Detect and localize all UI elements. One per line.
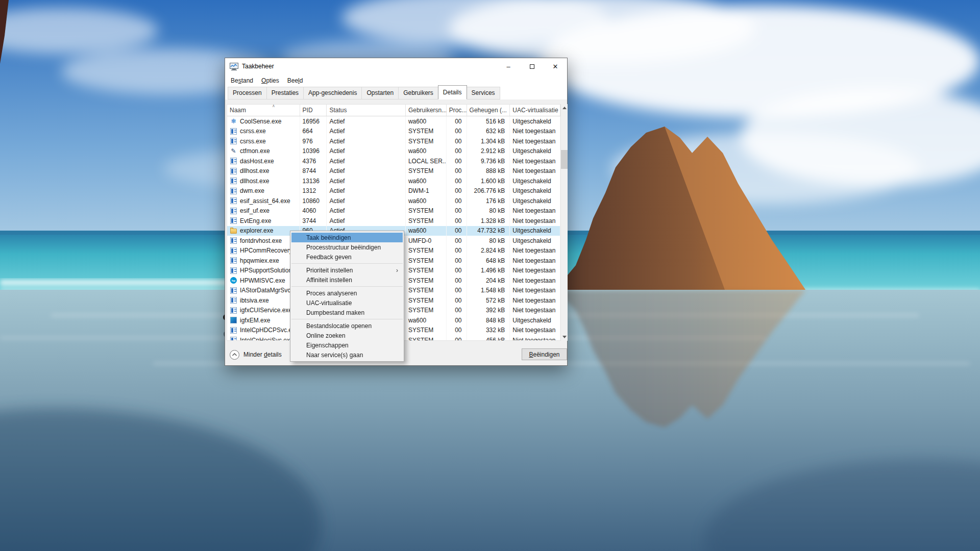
cell-pid: 4060 <box>300 206 327 216</box>
cell-mem: 1.548 kB <box>467 286 510 296</box>
tab-prestaties[interactable]: Prestaties <box>266 87 304 99</box>
scrollbar-thumb[interactable] <box>561 150 568 169</box>
tab-gebruikers[interactable]: Gebruikers <box>398 87 438 99</box>
process-row-dllhost-exe[interactable]: dllhost.exe13136Actiefwa600001.600 kBUit… <box>227 176 560 186</box>
process-row-dllhost-exe[interactable]: dllhost.exe8744ActiefSYSTEM00888 kBNiet … <box>227 166 560 177</box>
column-header-pid[interactable]: PID <box>300 105 327 116</box>
column-header-proc[interactable]: Proc... <box>447 105 467 116</box>
cell-user: wa600 <box>406 176 447 186</box>
cell-user: wa600 <box>406 196 447 206</box>
column-header-gebruikersn[interactable]: Gebruikersn... <box>406 105 447 116</box>
cell-mem: 516 kB <box>467 116 510 127</box>
column-header-geheugen[interactable]: Geheugen (... <box>467 105 510 116</box>
cell-uac: Uitgeschakeld <box>510 196 560 206</box>
context-menu-item-dumpbestand-maken[interactable]: Dumpbestand maken <box>291 308 403 317</box>
context-menu-item-online-zoeken[interactable]: Online zoeken <box>291 331 403 340</box>
cell-mem: 2.912 kB <box>467 146 510 157</box>
context-menu-item-processtructuur-be-indigen[interactable]: Processtructuur beëindigen <box>291 242 403 252</box>
cell-user: SYSTEM <box>406 325 447 336</box>
cell-name: csrss.exe <box>227 127 300 137</box>
cell-name: HPSupportSolutions <box>227 266 300 276</box>
maximize-button[interactable] <box>520 58 544 74</box>
cell-cpu: 00 <box>447 315 467 325</box>
application-icon <box>230 197 237 204</box>
vertical-scrollbar[interactable] <box>561 104 568 341</box>
cell-name: HPCommRecovery.exe <box>227 246 300 256</box>
cell-mem: 2.824 kB <box>467 246 510 256</box>
process-row-coolsense-exe[interactable]: ❄CoolSense.exe16956Actiefwa60000516 kBUi… <box>227 116 560 127</box>
cell-uac: Niet toegestaan <box>510 306 560 316</box>
cell-pid: 16956 <box>300 116 327 127</box>
context-menu-item-naar-service-s-gaan[interactable]: Naar service(s) gaan <box>291 350 403 360</box>
cell-status: Actief <box>327 156 406 166</box>
submenu-arrow-icon: › <box>396 267 398 274</box>
tab-app-geschiedenis[interactable]: App-geschiedenis <box>303 87 362 99</box>
column-header-uac-virtualisatie[interactable]: UAC-virtualisatie <box>510 105 560 116</box>
cell-cpu: 00 <box>447 335 467 341</box>
context-menu-item-proces-analyseren[interactable]: Proces analyseren <box>291 288 403 298</box>
scroll-up-button[interactable] <box>561 104 568 112</box>
process-row-csrss-exe[interactable]: csrss.exe664ActiefSYSTEM00632 kBNiet toe… <box>227 127 560 137</box>
tab-details[interactable]: Details <box>438 85 467 99</box>
cell-name: ❄CoolSense.exe <box>227 116 300 127</box>
cell-mem: 1.496 kB <box>467 266 510 276</box>
cell-cpu: 00 <box>447 156 467 166</box>
close-button[interactable]: ✕ <box>544 58 567 74</box>
application-icon <box>230 178 237 184</box>
cell-name: IntelCpHDCPSvc.exe <box>227 325 300 336</box>
cell-cpu: 00 <box>447 295 467 306</box>
context-menu-item-bestandslocatie-openen[interactable]: Bestandslocatie openen <box>291 321 403 331</box>
process-row-ctfmon-exe[interactable]: ✎ctfmon.exe10396Actiefwa600002.912 kBUit… <box>227 146 560 157</box>
application-icon <box>230 168 237 174</box>
tab-opstarten[interactable]: Opstarten <box>361 87 399 99</box>
application-icon <box>230 158 237 164</box>
cell-user: DWM-1 <box>406 186 447 196</box>
context-menu-item-feedback-geven[interactable]: Feedback geven <box>291 252 403 262</box>
end-task-button[interactable]: Beëindigen <box>522 348 567 360</box>
menubar-item-bestand[interactable]: Bestand <box>227 76 257 86</box>
process-row-dwm-exe[interactable]: dwm.exe1312ActiefDWM-100206.776 kBUitges… <box>227 186 560 196</box>
scroll-down-button[interactable] <box>561 333 568 341</box>
cell-status: Actief <box>327 116 406 127</box>
cell-user: UMFD-0 <box>406 236 447 246</box>
process-row-evteng-exe[interactable]: EvtEng.exe3744ActiefSYSTEM001.328 kBNiet… <box>227 216 560 226</box>
column-header-status[interactable]: Status <box>327 105 406 116</box>
context-menu-item-taak-be-indigen[interactable]: Taak beëindigen <box>291 233 403 242</box>
cell-status: Actief <box>327 136 406 146</box>
minimize-button[interactable]: – <box>497 58 520 74</box>
cell-mem: 47.732 kB <box>467 226 510 236</box>
cell-uac: Niet toegestaan <box>510 136 560 146</box>
context-menu-item-prioriteit-instellen[interactable]: Prioriteit instellen› <box>291 265 403 275</box>
context-menu-item-affiniteit-instellen[interactable]: Affiniteit instellen <box>291 275 403 285</box>
sort-ascending-icon: ∧ <box>272 105 275 108</box>
column-header-naam[interactable]: Naam∧ <box>227 105 300 116</box>
cell-user: SYSTEM <box>406 266 447 276</box>
tab-services[interactable]: Services <box>467 87 500 99</box>
cell-cpu: 00 <box>447 246 467 256</box>
cell-cpu: 00 <box>447 256 467 266</box>
process-row-csrss-exe[interactable]: csrss.exe976ActiefSYSTEM001.304 kBNiet t… <box>227 136 560 146</box>
cell-user: SYSTEM <box>406 206 447 216</box>
scroll-down-icon <box>562 336 567 338</box>
tab-processen[interactable]: Processen <box>228 87 267 99</box>
cell-uac: Niet toegestaan <box>510 256 560 266</box>
process-row-esif-assist-64-exe[interactable]: esif_assist_64.exe10860Actiefwa60000176 … <box>227 196 560 206</box>
details-toggle[interactable]: Minder details <box>230 349 282 360</box>
context-menu-item-uac-virtualisatie[interactable]: UAC-virtualisatie <box>291 298 403 308</box>
cell-uac: Niet toegestaan <box>510 295 560 306</box>
application-icon <box>230 267 237 274</box>
cell-cpu: 00 <box>447 236 467 246</box>
application-icon <box>230 188 237 194</box>
application-icon <box>230 237 237 244</box>
process-row-dashost-exe[interactable]: dasHost.exe4376ActiefLOCAL SER...009.736… <box>227 156 560 166</box>
cell-status: Actief <box>327 206 406 216</box>
cell-uac: Niet toegestaan <box>510 156 560 166</box>
cell-name: hpqwmiex.exe <box>227 256 300 266</box>
process-row-esif-uf-exe[interactable]: esif_uf.exe4060ActiefSYSTEM0080 kBNiet t… <box>227 206 560 216</box>
cell-name: esif_uf.exe <box>227 206 300 216</box>
cell-name: ✎ctfmon.exe <box>227 146 300 157</box>
cell-pid: 3744 <box>300 216 327 226</box>
context-menu-item-eigenschappen[interactable]: Eigenschappen <box>291 340 403 350</box>
menubar-item-beeld[interactable]: Beeld <box>283 76 307 86</box>
menubar-item-opties[interactable]: Opties <box>257 76 283 86</box>
